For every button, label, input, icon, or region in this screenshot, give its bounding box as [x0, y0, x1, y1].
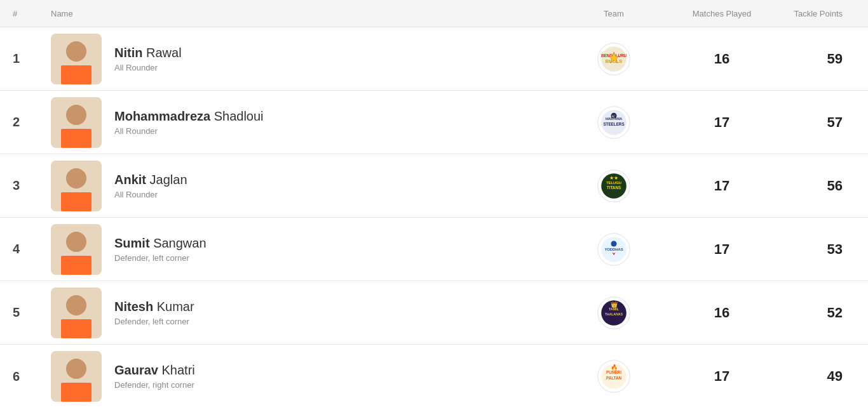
svg-text:YODDHAS: YODDHAS — [604, 247, 623, 251]
player-info: Gaurav Khatri Defender, right corner — [114, 363, 557, 390]
tackle-points-value: 59 — [773, 51, 855, 67]
player-role: All Rounder — [114, 126, 557, 136]
player-role: Defender, left corner — [114, 317, 557, 326]
player-first-name: Mohammadreza — [114, 109, 210, 123]
table-header: # Name Team Matches Played Tackle Points — [0, 0, 868, 27]
svg-rect-12 — [61, 129, 92, 148]
svg-text:PALTAN: PALTAN — [606, 376, 622, 380]
player-first-name: Nitin — [114, 46, 142, 60]
tackle-points-value: 57 — [773, 114, 855, 131]
player-last-name: Rawal — [146, 46, 182, 60]
player-name: Sumit Sangwan — [114, 236, 557, 251]
player-last-name: Sangwan — [153, 236, 206, 250]
player-name: Gaurav Khatri — [114, 363, 557, 378]
player-name: Mohammadreza Shadloui — [114, 109, 557, 124]
svg-point-20 — [66, 168, 86, 188]
player-rank: 2 — [13, 115, 51, 129]
player-first-name: Sumit — [114, 236, 150, 250]
player-role: All Rounder — [114, 63, 557, 72]
player-role: All Rounder — [114, 190, 557, 199]
player-name: Nitin Rawal — [114, 46, 557, 60]
matches-played-value: 16 — [671, 51, 773, 67]
player-first-name: Gaurav — [114, 363, 158, 377]
team-logo: HARYANA STEELERS 🦅 — [557, 105, 671, 140]
svg-point-29 — [66, 232, 86, 252]
svg-rect-31 — [61, 256, 92, 275]
tackle-points-value: 53 — [773, 241, 855, 258]
player-role: Defender, left corner — [114, 253, 557, 263]
matches-played-value: 17 — [671, 241, 773, 258]
svg-point-1 — [66, 41, 86, 62]
svg-rect-50 — [61, 383, 92, 402]
player-last-name: Kumar — [157, 300, 194, 314]
svg-rect-3 — [61, 65, 92, 84]
player-info: Sumit Sangwan Defender, left corner — [114, 236, 557, 263]
tackle-points-value: 49 — [773, 368, 855, 385]
player-avatar — [51, 288, 102, 338]
svg-text:THALAIVAS: THALAIVAS — [605, 312, 623, 315]
player-name: Nitesh Kumar — [114, 300, 557, 314]
team-logo: TELUGU TITANS ★★ — [557, 169, 671, 203]
table-row: 2 Mohammadreza Shadloui All Rounder HARY… — [0, 91, 868, 154]
svg-text:STEELERS: STEELERS — [603, 121, 624, 126]
tackle-points-value: 52 — [773, 305, 855, 321]
svg-text:TELUGU: TELUGU — [606, 181, 621, 185]
player-info: Nitesh Kumar Defender, left corner — [114, 300, 557, 326]
svg-point-37 — [611, 241, 617, 246]
player-rank: 5 — [13, 305, 51, 320]
player-avatar — [51, 224, 102, 275]
player-rank: 1 — [13, 51, 51, 66]
table-row: 5 Nitesh Kumar Defender, left corner TAM… — [0, 281, 868, 345]
svg-point-48 — [66, 359, 86, 379]
player-rank: 3 — [13, 178, 51, 193]
table-row: 1 Nitin Rawal All Rounder BENGALURU BULL… — [0, 27, 868, 91]
table-row: 3 Ankit Jaglan All Rounder TELUGU TITANS… — [0, 154, 868, 218]
svg-rect-41 — [61, 319, 92, 338]
svg-text:🔥: 🔥 — [611, 364, 618, 371]
matches-played-value: 17 — [671, 178, 773, 194]
svg-point-10 — [66, 105, 86, 125]
player-info: Nitin Rawal All Rounder — [114, 46, 557, 72]
team-logo: BENGALURU BULLS — [557, 42, 671, 76]
team-logo: PUNERI PALTAN 🔥 — [557, 359, 671, 393]
header-tackle: Tackle Points — [773, 9, 855, 18]
table-row: 6 Gaurav Khatri Defender, right corner P… — [0, 345, 868, 408]
svg-text:TAMIL: TAMIL — [609, 307, 620, 311]
svg-text:👑: 👑 — [611, 301, 618, 308]
player-role: Defender, right corner — [114, 380, 557, 390]
table-row: 4 Sumit Sangwan Defender, left corner UP… — [0, 218, 868, 281]
player-first-name: Nitesh — [114, 300, 153, 314]
header-rank: # — [13, 9, 51, 18]
player-last-name: Jaglan — [150, 173, 187, 187]
svg-text:🦅: 🦅 — [611, 113, 616, 118]
tackle-points-value: 56 — [773, 178, 855, 194]
matches-played-value: 17 — [671, 114, 773, 131]
player-avatar — [51, 351, 102, 402]
player-first-name: Ankit — [114, 173, 146, 187]
player-info: Mohammadreza Shadloui All Rounder — [114, 109, 557, 136]
svg-text:PUNERI: PUNERI — [606, 370, 621, 374]
team-logo: UP YODDHAS — [557, 232, 671, 267]
player-rank: 4 — [13, 242, 51, 256]
player-rank: 6 — [13, 369, 51, 384]
player-avatar — [51, 97, 102, 148]
player-avatar — [51, 161, 102, 211]
svg-rect-22 — [61, 192, 92, 211]
player-avatar — [51, 34, 102, 84]
player-info: Ankit Jaglan All Rounder — [114, 173, 557, 199]
matches-played-value: 17 — [671, 368, 773, 385]
player-last-name: Shadloui — [214, 109, 264, 123]
player-last-name: Khatri — [162, 363, 195, 377]
svg-point-39 — [66, 295, 86, 315]
svg-text:★★: ★★ — [609, 175, 618, 181]
svg-text:TITANS: TITANS — [607, 185, 621, 190]
header-team: Team — [557, 9, 671, 18]
team-logo: TAMIL THALAIVAS 👑 — [557, 296, 671, 330]
matches-played-value: 16 — [671, 305, 773, 321]
header-matches: Matches Played — [671, 9, 773, 18]
header-name: Name — [51, 9, 557, 18]
player-list: 1 Nitin Rawal All Rounder BENGALURU BULL… — [0, 27, 868, 408]
player-name: Ankit Jaglan — [114, 173, 557, 187]
